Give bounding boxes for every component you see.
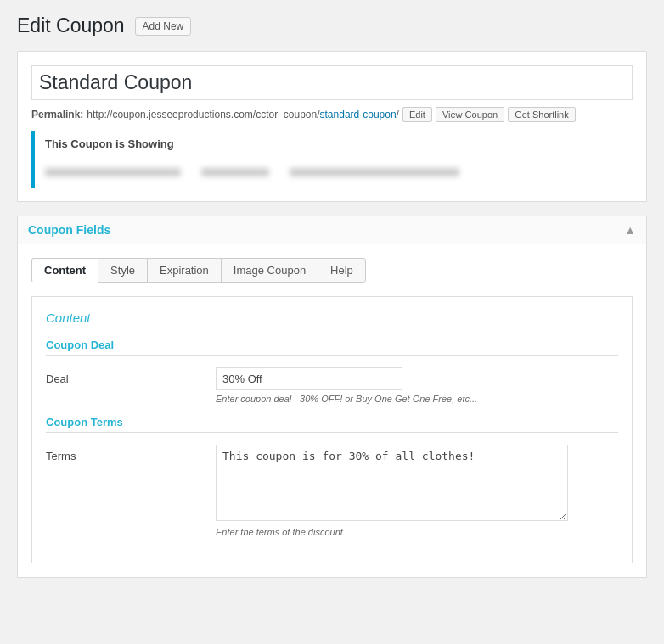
- deal-label: Deal: [46, 367, 216, 385]
- deal-field: Enter coupon deal - 30% OFF! or Buy One …: [216, 367, 618, 404]
- add-new-button[interactable]: Add New: [135, 17, 192, 36]
- content-section: Content Coupon Deal Deal Enter coupon de…: [31, 296, 633, 563]
- page-header: Edit Coupon Add New: [17, 14, 647, 39]
- edit-permalink-button[interactable]: Edit: [402, 107, 432, 122]
- tab-style[interactable]: Style: [98, 258, 148, 283]
- tab-content[interactable]: Content: [31, 258, 98, 283]
- terms-form-row: Terms This coupon is for 30% of all clot…: [46, 445, 618, 537]
- meta-box-header: Coupon Fields ▲: [18, 216, 646, 244]
- tab-image-coupon[interactable]: Image Coupon: [221, 258, 318, 283]
- permalink-label: Permalink:: [31, 109, 83, 120]
- blurred-block-3: [290, 168, 459, 176]
- meta-box-title: Coupon Fields: [28, 223, 110, 237]
- view-coupon-button[interactable]: View Coupon: [436, 107, 504, 122]
- coupon-deal-group-title: Coupon Deal: [46, 339, 618, 356]
- meta-box-body: Content Style Expiration Image Coupon He…: [18, 244, 646, 577]
- terms-textarea[interactable]: This coupon is for 30% of all clothes!: [216, 445, 568, 521]
- page-title: Edit Coupon: [17, 14, 125, 39]
- coupon-fields-meta-box: Coupon Fields ▲ Content Style Expiration…: [17, 216, 647, 578]
- terms-field: This coupon is for 30% of all clothes! E…: [216, 445, 618, 537]
- tab-help[interactable]: Help: [318, 258, 366, 283]
- terms-hint: Enter the terms of the discount: [216, 527, 618, 537]
- get-shortlink-button[interactable]: Get Shortlink: [508, 107, 576, 122]
- blurred-info-row: [31, 157, 633, 188]
- permalink-slug-link[interactable]: standard-coupon: [320, 109, 397, 120]
- permalink-url: http://coupon.jesseeproductions.com/ccto…: [87, 109, 399, 120]
- terms-label: Terms: [46, 445, 216, 462]
- coupon-status-message: This Coupon is Showing: [45, 137, 174, 150]
- tabs-row: Content Style Expiration Image Coupon He…: [31, 258, 633, 283]
- deal-input[interactable]: [216, 367, 402, 390]
- deal-hint: Enter coupon deal - 30% OFF! or Buy One …: [216, 394, 618, 404]
- deal-form-row: Deal Enter coupon deal - 30% OFF! or Buy…: [46, 367, 618, 404]
- coupon-terms-group-title: Coupon Terms: [46, 416, 618, 433]
- content-section-heading: Content: [46, 311, 618, 325]
- meta-box-toggle-icon[interactable]: ▲: [624, 223, 636, 237]
- coupon-status-bar: This Coupon is Showing: [31, 131, 633, 157]
- blurred-block-1: [45, 168, 181, 176]
- tab-expiration[interactable]: Expiration: [147, 258, 222, 283]
- post-edit-area: Permalink: http://coupon.jesseeproductio…: [17, 51, 647, 202]
- permalink-row: Permalink: http://coupon.jesseeproductio…: [31, 107, 633, 122]
- post-title-input[interactable]: [31, 65, 633, 100]
- blurred-block-2: [201, 168, 269, 176]
